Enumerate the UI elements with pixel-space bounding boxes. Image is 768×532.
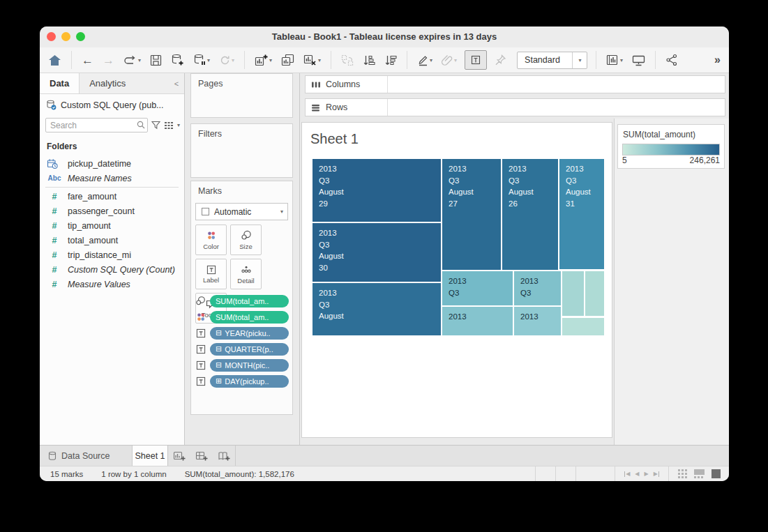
- search-input[interactable]: [45, 118, 148, 132]
- show-filmstrip-button[interactable]: [694, 469, 705, 478]
- size-button[interactable]: Size: [230, 225, 262, 255]
- swap-rows-columns-button[interactable]: [340, 51, 355, 69]
- label-button[interactable]: Label: [195, 259, 227, 289]
- step-forward-button[interactable]: ▶: [645, 471, 649, 477]
- pause-auto-updates-button[interactable]: ▾: [192, 51, 211, 69]
- treemap-block[interactable]: [562, 271, 584, 316]
- redo-button[interactable]: →: [101, 51, 116, 69]
- measure-pill[interactable]: SUM(total_am..: [210, 295, 289, 307]
- filter-fields-button[interactable]: [151, 120, 161, 130]
- treemap-block[interactable]: 2013Q3August26: [502, 159, 558, 270]
- mark-label-line: 30: [319, 262, 441, 274]
- detail-button[interactable]: Detail: [230, 259, 262, 289]
- treemap-block[interactable]: [585, 271, 604, 316]
- treemap-block[interactable]: 2013Q3August30: [313, 223, 441, 282]
- field-item[interactable]: #total_amount: [40, 233, 184, 248]
- dimension-pill[interactable]: ⊞DAY(pickup..: [210, 375, 289, 388]
- show-hide-cards-button[interactable]: ▾: [605, 51, 624, 69]
- mark-type-dropdown[interactable]: Automatic ▾: [195, 203, 288, 220]
- view-options-button[interactable]: ▾: [164, 121, 180, 130]
- home-button[interactable]: [47, 51, 63, 69]
- collapse-hierarchy-icon[interactable]: ⊟: [216, 345, 222, 353]
- toolbar-overflow-button[interactable]: »: [713, 51, 722, 69]
- field-item[interactable]: #trip_distance_mi: [40, 248, 184, 262]
- treemap-block[interactable]: 2013Q3August: [313, 283, 441, 335]
- dimension-pill[interactable]: ⊟MONTH(pic..: [210, 359, 289, 372]
- treemap-block[interactable]: 2013Q3August31: [559, 159, 604, 269]
- field-item[interactable]: #Custom SQL Query (Count): [40, 262, 184, 277]
- tab-data[interactable]: Data: [40, 73, 80, 93]
- treemap-block[interactable]: 2013Q3August27: [442, 159, 501, 270]
- skip-to-end-button[interactable]: ▶: [654, 471, 659, 477]
- treemap-block[interactable]: 2013Q3August29: [313, 159, 441, 222]
- color-button[interactable]: Color: [195, 225, 227, 255]
- mark-label-line: Q3: [509, 175, 558, 187]
- sort-ascending-button[interactable]: [361, 51, 377, 69]
- treemap-block[interactable]: 2013: [442, 307, 513, 335]
- field-item[interactable]: AbcMeasure Names: [40, 171, 184, 185]
- mark-label-line: 27: [449, 198, 501, 210]
- field-item[interactable]: #Measure Values: [40, 277, 184, 291]
- tab-sheet-1[interactable]: Sheet 1: [133, 446, 168, 466]
- search-field[interactable]: [45, 118, 148, 132]
- dimension-pill[interactable]: ⊟QUARTER(p..: [210, 343, 289, 356]
- new-datasource-button[interactable]: [170, 51, 186, 69]
- color-legend-card[interactable]: SUM(total_amount) 5 246,261: [617, 124, 725, 169]
- field-item[interactable]: pickup_datetime: [40, 156, 184, 171]
- sort-descending-button[interactable]: [383, 51, 398, 69]
- show-tabs-button[interactable]: [678, 469, 687, 478]
- new-dashboard-tab-button[interactable]: [190, 446, 213, 466]
- measure-pill[interactable]: SUM(total_am..: [210, 311, 289, 324]
- treemap-block[interactable]: 2013: [514, 307, 561, 335]
- share-button[interactable]: [664, 51, 679, 69]
- button-label: Label: [203, 276, 219, 284]
- collapse-hierarchy-icon[interactable]: ⊟: [216, 361, 222, 369]
- format-attachment-button[interactable]: ▾: [440, 51, 458, 69]
- highlight-button[interactable]: ▾: [416, 51, 434, 69]
- new-worksheet-button[interactable]: ▾: [253, 51, 273, 69]
- datasource-item[interactable]: Custom SQL Query (pub...: [40, 94, 184, 116]
- treemap-block[interactable]: 2013Q3: [514, 271, 561, 305]
- tab-data-source[interactable]: Data Source: [40, 446, 133, 466]
- view-mode-dropdown[interactable]: Standard ▾: [517, 52, 587, 69]
- color-icon: [206, 230, 217, 241]
- columns-shelf[interactable]: Columns: [305, 75, 725, 93]
- toolbar-separator: [596, 51, 596, 69]
- presentation-mode-button[interactable]: [631, 51, 647, 69]
- status-cell: [555, 466, 575, 481]
- clear-sheet-button[interactable]: ▾: [302, 51, 322, 69]
- field-item[interactable]: #fare_amount: [40, 189, 184, 204]
- rows-shelf-label: Rows: [306, 99, 388, 116]
- field-name: Measure Values: [68, 280, 130, 289]
- status-layout: 1 row by 1 column: [101, 470, 166, 478]
- step-back-button[interactable]: ◀: [635, 471, 639, 477]
- collapse-hierarchy-icon[interactable]: ⊟: [216, 329, 222, 337]
- legend-min-value: 5: [622, 155, 627, 165]
- legend-gradient[interactable]: [622, 144, 720, 155]
- treemap-block[interactable]: 2013Q3: [442, 271, 513, 305]
- field-item[interactable]: #passenger_count: [40, 204, 184, 218]
- number-icon: #: [47, 221, 62, 231]
- skip-to-start-button[interactable]: ◀: [624, 471, 630, 477]
- undo-button[interactable]: ←: [80, 51, 95, 69]
- duplicate-sheet-button[interactable]: [280, 51, 296, 69]
- field-item[interactable]: #tip_amount: [40, 218, 184, 233]
- new-worksheet-tab-button[interactable]: [168, 446, 190, 466]
- treemap-block[interactable]: [562, 318, 604, 335]
- collapse-pane-button[interactable]: <: [169, 73, 184, 93]
- expand-hierarchy-icon[interactable]: ⊞: [216, 377, 222, 385]
- fix-axes-pin-button[interactable]: [493, 51, 508, 69]
- tab-analytics[interactable]: Analytics: [80, 73, 169, 93]
- show-sheet-button[interactable]: [711, 469, 721, 478]
- content-region: Data Analytics < Custom SQL Query (pub..…: [40, 73, 729, 445]
- toolbar-separator: [71, 51, 72, 69]
- replay-button[interactable]: ▾: [122, 51, 142, 69]
- dimension-pill[interactable]: ⊟YEAR(picku..: [210, 327, 289, 340]
- show-mark-labels-button[interactable]: [465, 50, 487, 70]
- pages-card[interactable]: Pages: [190, 73, 293, 118]
- refresh-datasource-button[interactable]: ▾: [218, 51, 236, 69]
- save-button[interactable]: [149, 51, 163, 69]
- new-story-tab-button[interactable]: [213, 446, 236, 466]
- filters-card[interactable]: Filters: [190, 123, 293, 178]
- rows-shelf[interactable]: Rows: [305, 98, 725, 116]
